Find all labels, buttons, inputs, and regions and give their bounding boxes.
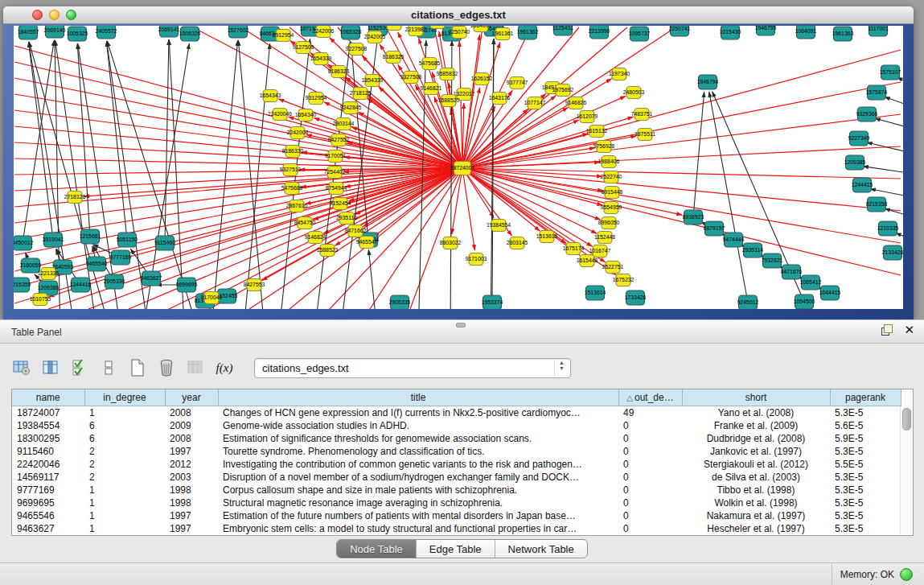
cell-pagerank[interactable]: 5.3E-5 (830, 496, 901, 509)
table-row[interactable]: 1830029562008Estimation of significance … (12, 432, 901, 445)
cell-name[interactable]: 18300295 (12, 432, 84, 445)
graph-node[interactable]: 8427552 (328, 134, 350, 146)
cell-year[interactable]: 1997 (165, 509, 218, 522)
cell-short[interactable]: Hescheler et al. (1997) (682, 522, 830, 535)
cell-title[interactable]: Investigating the contribution of common… (218, 458, 618, 471)
cell-title[interactable]: Estimation of significance thresholds fo… (218, 432, 618, 445)
graph-node[interactable]: 1975692 (552, 84, 574, 97)
cell-title[interactable]: Structural magnetic resonance image aver… (218, 496, 618, 509)
graph-node[interactable]: 1044415 (819, 286, 841, 300)
graph-node[interactable]: 9146824 (305, 232, 326, 244)
graph-node[interactable]: 1005326 (179, 27, 201, 41)
function-builder-button[interactable]: f(x) (214, 357, 235, 378)
cell-out[interactable]: 0 (618, 458, 682, 471)
graph-node[interactable]: 1077147 (524, 97, 546, 109)
pane-divider-grip[interactable] (456, 323, 466, 328)
graph-node[interactable]: 8754944 (326, 183, 347, 195)
graph-node[interactable]: 1575874 (866, 85, 888, 100)
graph-node[interactable]: 1875511 (634, 129, 655, 141)
cell-short[interactable]: Stergiakouli et al. (2012) (682, 458, 830, 471)
graph-node[interactable]: 2803145 (507, 237, 528, 249)
graph-node[interactable]: 9585832 (437, 68, 458, 80)
scrollbar-thumb[interactable] (902, 408, 911, 431)
graph-node[interactable]: 1654340 (295, 109, 317, 122)
graph-node[interactable]: 7932621 (762, 253, 783, 268)
cell-pagerank[interactable]: 5.3E-5 (830, 522, 901, 535)
graph-node[interactable]: 9554959 (601, 202, 622, 214)
graph-node[interactable]: 2069141 (158, 26, 180, 37)
window-titlebar[interactable]: citations_edges.txt (3, 6, 914, 24)
graph-node[interactable]: 1197340 (609, 68, 630, 80)
column-header-out[interactable]: △out_de… (618, 389, 682, 406)
graph-node[interactable]: 1095737 (629, 27, 651, 41)
cell-pagerank[interactable]: 5.3E-5 (830, 445, 901, 458)
cell-name[interactable]: 19384554 (12, 419, 84, 432)
graph-node[interactable]: 1615132 (586, 126, 608, 138)
graph-node[interactable]: 9756928 (593, 141, 615, 153)
cell-name[interactable]: 9699695 (12, 496, 84, 509)
cell-title[interactable]: Changes of HCN gene expression and I(f) … (218, 406, 618, 420)
cell-title[interactable]: Corpus callosum shape and size in male p… (218, 484, 618, 496)
graph-node[interactable]: 1654339 (310, 53, 332, 65)
column-header-name[interactable]: name (12, 389, 84, 406)
graph-node[interactable]: 2250741 (669, 26, 691, 36)
cell-short[interactable]: Wolkin et al. (1998) (682, 496, 830, 509)
cell-year[interactable]: 2008 (165, 406, 218, 420)
cell-short[interactable]: Nakamura et al. (1997) (682, 509, 830, 522)
cell-name[interactable]: 18724007 (12, 406, 84, 420)
graph-node[interactable]: 8915448 (602, 187, 623, 199)
cell-out[interactable]: 0 (618, 419, 682, 432)
graph-node[interactable]: 9170051 (325, 150, 347, 163)
graph-node[interactable]: 9227349 (848, 131, 870, 146)
graph-node[interactable]: 1626152 (471, 73, 493, 85)
table-row[interactable]: 969969511998Structural magnetic resonanc… (12, 496, 901, 509)
graph-node[interactable]: 1210335 (877, 221, 899, 236)
cell-pagerank[interactable]: 5.3E-5 (830, 509, 901, 522)
column-header-title[interactable]: title (218, 389, 618, 406)
graph-node[interactable]: 5475685 (419, 58, 441, 70)
graph-node[interactable]: 9171003 (466, 253, 487, 266)
graph-node[interactable]: 8186325 (383, 51, 405, 64)
cell-year[interactable]: 2003 (165, 471, 218, 484)
delete-table-button[interactable] (156, 357, 177, 378)
graph-node[interactable]: 9463627 (141, 271, 162, 286)
graph-node[interactable]: 22420046 (268, 109, 292, 121)
cell-name[interactable]: 9777169 (12, 484, 84, 496)
cell-short[interactable]: Franke et al. (2009) (682, 419, 830, 432)
graph-node[interactable]: 8215358 (866, 197, 888, 212)
cell-out[interactable]: 0 (618, 471, 682, 484)
cell-in_degree[interactable]: 1 (84, 406, 165, 420)
graph-node[interactable]: 2480503 (623, 87, 645, 99)
graph-node[interactable]: 1065328 (340, 26, 362, 39)
graph-node[interactable]: 1588523 (317, 245, 339, 257)
graph-node[interactable]: 1065412 (800, 275, 822, 290)
graph-node[interactable]: 8454750 (294, 217, 316, 229)
graph-node[interactable]: 1125431 (552, 26, 573, 35)
cell-year[interactable]: 2012 (165, 458, 218, 471)
cell-name[interactable]: 9115460 (12, 445, 84, 458)
graph-node[interactable]: 8427553 (244, 279, 265, 291)
cell-title[interactable]: Estimation of the future numbers of pati… (218, 509, 618, 522)
graph-node[interactable]: 1961362 (517, 26, 539, 39)
cell-out[interactable]: 0 (618, 496, 682, 509)
graph-node[interactable]: 2250740 (449, 27, 470, 39)
graph-node[interactable]: 9474444 (723, 233, 745, 247)
cell-out[interactable]: 0 (618, 522, 682, 535)
cell-pagerank[interactable]: 5.3E-5 (830, 406, 901, 420)
graph-node[interactable]: 1015430 (720, 26, 741, 39)
table-selector-dropdown[interactable]: citations_edges.txt ▲▼ (254, 358, 571, 378)
cell-in_degree[interactable]: 1 (84, 509, 165, 522)
graph-node[interactable]: 8938923 (683, 210, 704, 225)
cell-year[interactable]: 1998 (165, 484, 218, 496)
graph-node[interactable]: 1961361 (492, 28, 514, 40)
graph-node[interactable]: 5475688 (281, 183, 303, 195)
graph-node[interactable]: 2935114 (742, 243, 763, 257)
graph-node[interactable]: 8215359 (14, 278, 31, 292)
table-row[interactable]: 1938455462009Genome-wide association stu… (12, 419, 901, 432)
graph-node[interactable]: 1005325 (67, 27, 88, 41)
graph-node[interactable]: 2905335 (389, 295, 411, 309)
graph-node[interactable]: 2718126 (350, 88, 372, 100)
cell-pagerank[interactable]: 5.6E-5 (830, 419, 901, 432)
cell-title[interactable]: Tourette syndrome. Phenomenology and cla… (218, 445, 618, 458)
cell-out[interactable]: 49 (618, 406, 682, 420)
